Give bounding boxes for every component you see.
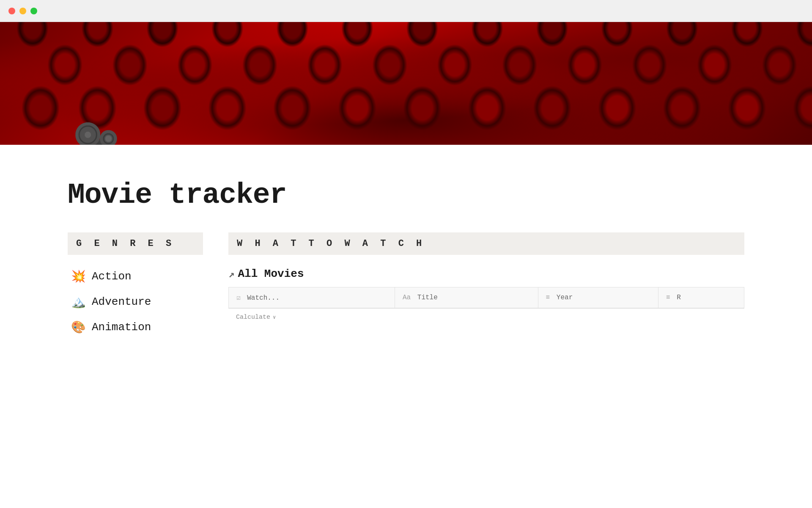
genres-column: G E N R E S 💥 Action 🏔️ Adventure 🎨 Anim… bbox=[68, 232, 203, 336]
page-title: Movie tracker bbox=[68, 179, 744, 211]
genre-label: Adventure bbox=[92, 295, 151, 308]
table-header-watched[interactable]: ☑ Watch... bbox=[229, 287, 395, 308]
list-item[interactable]: 🏔️ Adventure bbox=[68, 293, 203, 311]
checkbox-icon: ☑ bbox=[236, 294, 241, 302]
genre-label: Action bbox=[92, 270, 132, 283]
calculate-label: Calculate bbox=[236, 314, 270, 321]
action-emoji: 💥 bbox=[71, 269, 86, 284]
all-movies-link[interactable]: ↗ All Movies bbox=[228, 268, 744, 280]
table-footer[interactable]: Calculate ∨ bbox=[228, 308, 744, 326]
animation-emoji: 🎨 bbox=[71, 320, 86, 334]
all-movies-label: All Movies bbox=[238, 268, 304, 280]
adventure-emoji: 🏔️ bbox=[71, 295, 86, 309]
main-content: Movie tracker G E N R E S 💥 Action 🏔️ Ad… bbox=[0, 145, 812, 353]
movies-table: ☑ Watch... Aa Title ≡ Year ≡ bbox=[228, 287, 744, 308]
col-label: Watch... bbox=[247, 294, 280, 302]
list-icon-2: ≡ bbox=[666, 294, 670, 301]
genres-list: 💥 Action 🏔️ Adventure 🎨 Animation bbox=[68, 268, 203, 336]
table-header-title[interactable]: Aa Title bbox=[395, 287, 538, 308]
watch-header: W H A T T O W A T C H bbox=[228, 232, 744, 255]
two-column-layout: G E N R E S 💥 Action 🏔️ Adventure 🎨 Anim… bbox=[68, 232, 744, 336]
genre-label: Animation bbox=[92, 321, 151, 334]
genres-header: G E N R E S bbox=[68, 232, 203, 255]
arrow-icon: ↗ bbox=[228, 268, 234, 280]
watch-column: W H A T T O W A T C H ↗ All Movies ☑ Wat… bbox=[228, 232, 744, 326]
table-header-rating[interactable]: ≡ R bbox=[658, 287, 744, 308]
close-button[interactable] bbox=[8, 8, 15, 14]
page-icon[interactable]: 🎥 bbox=[68, 128, 121, 145]
list-item[interactable]: 💥 Action bbox=[68, 268, 203, 285]
col-label: R bbox=[677, 294, 681, 301]
hero-banner: 🎥 bbox=[0, 22, 812, 145]
minimize-button[interactable] bbox=[19, 8, 26, 14]
list-item[interactable]: 🎨 Animation bbox=[68, 318, 203, 336]
maximize-button[interactable] bbox=[30, 8, 37, 14]
list-icon: ≡ bbox=[546, 294, 550, 301]
col-label: Title bbox=[417, 294, 438, 301]
chevron-down-icon: ∨ bbox=[273, 314, 276, 320]
table-header-year[interactable]: ≡ Year bbox=[538, 287, 658, 308]
text-icon: Aa bbox=[403, 294, 411, 301]
col-label: Year bbox=[557, 294, 573, 301]
window-chrome bbox=[0, 0, 812, 22]
